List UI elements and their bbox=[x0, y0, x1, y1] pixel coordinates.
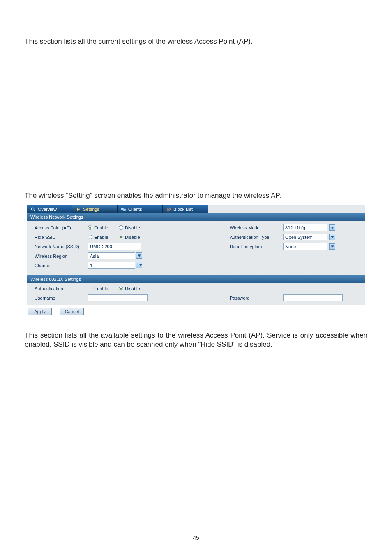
ssid-value: UMG-2200 bbox=[90, 244, 112, 249]
section-header-8021x-label: Wireless 802.1X Settings bbox=[30, 277, 81, 282]
username-input[interactable] bbox=[88, 294, 148, 301]
label-access-point: Access Point (AP) bbox=[35, 225, 88, 230]
section-header-8021x: Wireless 802.1X Settings bbox=[27, 275, 365, 283]
auth-enable-radio[interactable]: Enable bbox=[88, 286, 119, 291]
label-data-encryption: Data Encryption bbox=[230, 244, 283, 249]
magnifier-icon bbox=[30, 207, 35, 212]
auth-disable-label: Disable bbox=[125, 286, 140, 291]
section-header-wns-label: Wireless Network Settings bbox=[30, 215, 83, 220]
wireless-region-dropdown-button[interactable] bbox=[136, 252, 142, 259]
label-authentication: Authentication bbox=[35, 286, 88, 291]
hide-ssid-disable-label: Disable bbox=[125, 235, 140, 240]
label-username: Username bbox=[35, 296, 88, 301]
wireless-region-value: Asia bbox=[90, 254, 99, 259]
tab-settings[interactable]: Settings bbox=[72, 205, 118, 213]
wrench-icon bbox=[76, 207, 81, 212]
ssid-input[interactable]: UMG-2200 bbox=[88, 243, 141, 250]
section-header-wns: Wireless Network Settings bbox=[27, 213, 365, 221]
tab-bar: Overview Settings Clients Block List bbox=[27, 205, 365, 213]
apply-button-label: Apply bbox=[34, 309, 46, 314]
radio-unselected-icon bbox=[88, 235, 92, 239]
label-wireless-region: Wireless Region bbox=[35, 254, 88, 259]
tab-overview-label: Overview bbox=[38, 207, 57, 212]
label-channel: Channel bbox=[35, 263, 88, 268]
auth-type-dropdown-button[interactable] bbox=[329, 234, 335, 240]
svg-line-1 bbox=[33, 210, 35, 211]
ap-disable-label: Disable bbox=[125, 225, 140, 230]
tab-blocklist[interactable]: Block List bbox=[163, 205, 208, 213]
hide-ssid-enable-label: Enable bbox=[94, 235, 108, 240]
hide-ssid-enable-radio[interactable]: Enable bbox=[88, 235, 119, 240]
block-icon bbox=[166, 207, 171, 212]
wireless-region-select[interactable]: Asia bbox=[88, 252, 135, 259]
auth-disable-radio[interactable]: Disable bbox=[119, 286, 160, 291]
radio-selected-icon bbox=[88, 225, 92, 230]
radio-unselected-icon bbox=[119, 225, 123, 230]
cancel-button[interactable]: Cancel bbox=[60, 308, 84, 315]
tab-settings-label: Settings bbox=[83, 207, 99, 212]
cancel-button-label: Cancel bbox=[65, 309, 79, 314]
ap-enable-radio[interactable]: Enable bbox=[88, 225, 119, 230]
ap-disable-radio[interactable]: Disable bbox=[119, 225, 160, 230]
auth-type-select[interactable]: Open System bbox=[283, 234, 327, 240]
data-encryption-value: None bbox=[285, 244, 296, 249]
tab-overview[interactable]: Overview bbox=[27, 205, 72, 213]
channel-select[interactable]: 1 bbox=[88, 262, 135, 269]
auth-type-value: Open System bbox=[285, 235, 313, 240]
hide-ssid-disable-radio[interactable]: Disable bbox=[119, 235, 160, 240]
wireless-mode-value: 802.11b/g bbox=[285, 225, 305, 230]
mid-paragraph: The wireless “Setting” screen enables th… bbox=[25, 191, 367, 200]
svg-line-5 bbox=[167, 208, 170, 210]
password-input[interactable] bbox=[283, 294, 343, 301]
svg-rect-3 bbox=[123, 208, 126, 210]
label-wireless-mode: Wireless Mode bbox=[230, 225, 283, 230]
outro-paragraph: This section lists all the available set… bbox=[25, 331, 367, 349]
tab-clients[interactable]: Clients bbox=[118, 205, 163, 213]
wireless-mode-select[interactable]: 802.11b/g bbox=[283, 224, 327, 231]
w8021x-panel: Authentication Enable Disable Username P… bbox=[27, 283, 365, 305]
data-encryption-select[interactable]: None bbox=[283, 243, 327, 250]
clients-icon bbox=[121, 207, 126, 212]
radio-selected-icon bbox=[119, 235, 123, 239]
intro-paragraph: This section lists all the current setti… bbox=[25, 37, 367, 46]
channel-value: 1 bbox=[90, 263, 92, 268]
radio-selected-icon bbox=[119, 287, 123, 291]
tab-clients-label: Clients bbox=[128, 207, 142, 212]
ap-enable-label: Enable bbox=[94, 225, 108, 230]
svg-point-0 bbox=[31, 208, 34, 210]
channel-dropdown-button[interactable] bbox=[136, 262, 142, 268]
auth-enable-label: Enable bbox=[94, 286, 108, 291]
button-row: Apply Cancel bbox=[27, 305, 365, 317]
wns-panel: Access Point (AP) Enable Disable Wireles… bbox=[27, 221, 365, 275]
label-auth-type: Authentication Type bbox=[230, 235, 283, 240]
label-hide-ssid: Hide SSID bbox=[35, 235, 88, 240]
label-password: Password bbox=[230, 296, 283, 301]
wireless-mode-dropdown-button[interactable] bbox=[329, 224, 335, 231]
settings-screenshot: Overview Settings Clients Block List bbox=[27, 205, 365, 317]
label-ssid: Network Name (SSID) bbox=[35, 244, 88, 249]
data-encryption-dropdown-button[interactable] bbox=[329, 243, 335, 250]
tab-blocklist-label: Block List bbox=[173, 207, 193, 212]
page-number: 45 bbox=[0, 534, 392, 541]
apply-button[interactable]: Apply bbox=[28, 308, 52, 315]
